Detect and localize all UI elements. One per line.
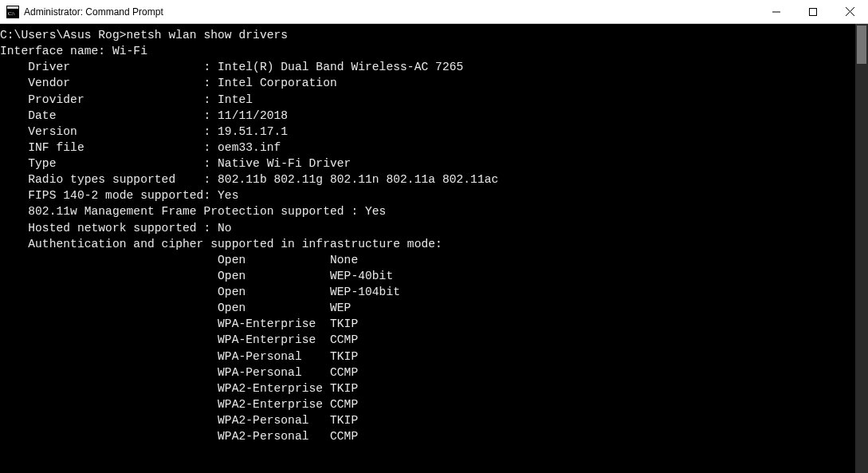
terminal-line: Driver : Intel(R) Dual Band Wireless-AC … <box>0 59 868 75</box>
cmd-icon: C:\ <box>6 6 19 18</box>
terminal-line: WPA-Personal TKIP <box>0 349 868 365</box>
close-button[interactable] <box>831 0 868 23</box>
terminal-line: Open None <box>0 252 868 268</box>
terminal-line: INF file : oem33.inf <box>0 140 868 156</box>
terminal-line: Radio types supported : 802.11b 802.11g … <box>0 171 868 187</box>
terminal-line: WPA-Enterprise TKIP <box>0 316 868 332</box>
window-title: Administrator: Command Prompt <box>24 6 758 18</box>
terminal[interactable]: C:\Users\Asus Rog>netsh wlan show driver… <box>0 24 868 473</box>
terminal-line: Open WEP-104bit <box>0 284 868 300</box>
terminal-output: C:\Users\Asus Rog>netsh wlan show driver… <box>0 24 868 447</box>
terminal-line: WPA-Personal CCMP <box>0 365 868 380</box>
scrollbar[interactable] <box>855 24 868 473</box>
terminal-line: C:\Users\Asus Rog>netsh wlan show driver… <box>0 27 868 43</box>
terminal-line: Interface name: Wi-Fi <box>0 43 868 59</box>
terminal-line: Date : 11/11/2018 <box>0 108 868 124</box>
maximize-button[interactable] <box>795 0 831 23</box>
terminal-line: FIPS 140-2 mode supported: Yes <box>0 187 868 203</box>
terminal-line: 802.11w Management Frame Protection supp… <box>0 203 868 219</box>
terminal-line: Authentication and cipher supported in i… <box>0 236 868 252</box>
window-controls <box>758 0 868 23</box>
svg-rect-1 <box>7 6 18 9</box>
terminal-line: Type : Native Wi-Fi Driver <box>0 156 868 171</box>
minimize-button[interactable] <box>758 0 795 23</box>
terminal-line: WPA2-Personal TKIP <box>0 412 868 428</box>
svg-rect-4 <box>810 8 817 15</box>
terminal-line: WPA2-Personal CCMP <box>0 428 868 444</box>
terminal-line: Provider : Intel <box>0 92 868 108</box>
titlebar: C:\ Administrator: Command Prompt <box>0 0 868 24</box>
terminal-line: Open WEP <box>0 300 868 316</box>
terminal-line: WPA-Enterprise CCMP <box>0 332 868 348</box>
terminal-line: Version : 19.51.17.1 <box>0 124 868 140</box>
terminal-line: Vendor : Intel Corporation <box>0 75 868 91</box>
terminal-line: Hosted network supported : No <box>0 220 868 236</box>
svg-text:C:\: C:\ <box>8 10 15 17</box>
scrollbar-thumb[interactable] <box>857 26 866 64</box>
terminal-line: WPA2-Enterprise CCMP <box>0 396 868 412</box>
terminal-line: WPA2-Enterprise TKIP <box>0 380 868 396</box>
terminal-line: Open WEP-40bit <box>0 268 868 284</box>
